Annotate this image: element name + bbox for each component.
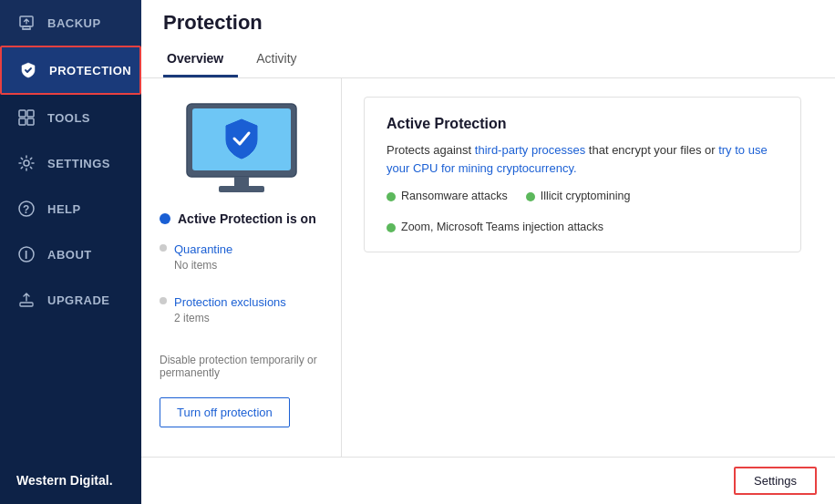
sidebar-item-protection[interactable]: PROTECTION [0, 46, 141, 95]
injection-dot [387, 223, 396, 232]
sidebar-item-settings[interactable]: SETTINGS [0, 140, 141, 186]
cryptomining-label: Illicit cryptomining [541, 190, 631, 202]
svg-rect-12 [20, 303, 33, 306]
help-icon: ? [16, 199, 36, 219]
svg-text:i: i [25, 249, 28, 262]
exclusions-dot [160, 297, 167, 304]
sidebar-item-protection-label: PROTECTION [49, 64, 131, 77]
page-title: Protection [163, 11, 813, 35]
features-row: Ransomware attacks Illicit cryptomining … [387, 190, 778, 233]
card-description: Protects against third-party processes t… [387, 141, 778, 177]
sidebar-item-backup-label: BACKUP [47, 16, 101, 30]
gear-icon [16, 153, 36, 173]
svg-rect-15 [234, 177, 249, 186]
status-text: Active Protection is on [178, 211, 316, 226]
sidebar-item-help[interactable]: ? HELP [0, 186, 141, 231]
sidebar-item-upgrade[interactable]: UPGRADE [0, 277, 141, 323]
tab-overview[interactable]: Overview [163, 44, 238, 77]
feature-ransomware: Ransomware attacks [387, 190, 508, 202]
exclusions-link[interactable]: Protection exclusions [174, 295, 286, 309]
quarantine-sublabel: No items [174, 259, 232, 272]
backup-icon [16, 13, 36, 33]
footer: Settings [141, 457, 835, 504]
card-title: Active Protection [387, 116, 778, 132]
tab-activity[interactable]: Activity [253, 44, 311, 77]
sidebar-item-help-label: HELP [47, 202, 81, 216]
sidebar: BACKUP PROTECTION TOOLS [0, 0, 141, 504]
tabs: Overview Activity [163, 44, 813, 77]
content-area: Active Protection is on Quarantine No it… [141, 78, 835, 457]
upgrade-icon [16, 290, 36, 310]
feature-cryptomining: Illicit cryptomining [526, 190, 631, 202]
quarantine-item: Quarantine No items [160, 241, 323, 272]
injection-label: Zoom, Microsoft Teams injection attacks [401, 221, 603, 233]
monitor-illustration [178, 97, 305, 197]
sidebar-logo: Western Digital. [0, 457, 141, 504]
disable-text: Disable protection temporarily or perman… [160, 354, 323, 379]
exclusions-sublabel: 2 items [174, 312, 286, 324]
svg-rect-16 [219, 186, 264, 192]
main-content: Protection Overview Activity [141, 0, 835, 504]
right-panel: Active Protection Protects against third… [342, 78, 835, 457]
shield-icon [18, 60, 38, 80]
exclusions-content: Protection exclusions 2 items [174, 293, 286, 324]
cryptomining-dot [526, 192, 535, 201]
page-header: Protection Overview Activity [141, 0, 835, 78]
ransomware-dot [387, 192, 396, 201]
svg-rect-5 [19, 118, 26, 125]
status-row: Active Protection is on [160, 211, 323, 226]
sidebar-item-about[interactable]: i ABOUT [0, 231, 141, 277]
sidebar-item-settings-label: SETTINGS [47, 157, 110, 170]
active-protection-card: Active Protection Protects against third… [364, 97, 801, 252]
sidebar-item-tools[interactable]: TOOLS [0, 95, 141, 140]
quarantine-dot [160, 244, 167, 252]
svg-rect-3 [19, 110, 26, 117]
tools-icon [16, 108, 36, 128]
sidebar-item-upgrade-label: UPGRADE [47, 293, 110, 307]
svg-point-7 [24, 160, 29, 166]
settings-button[interactable]: Settings [734, 467, 817, 495]
status-dot [160, 213, 170, 224]
left-panel: Active Protection is on Quarantine No it… [141, 78, 342, 457]
info-icon: i [16, 244, 36, 264]
sidebar-item-backup[interactable]: BACKUP [0, 0, 141, 46]
ransomware-label: Ransomware attacks [401, 190, 508, 202]
sidebar-item-tools-label: TOOLS [47, 111, 90, 125]
svg-rect-4 [27, 110, 34, 117]
turn-off-protection-button[interactable]: Turn off protection [160, 397, 290, 427]
svg-rect-6 [27, 118, 34, 125]
quarantine-link[interactable]: Quarantine [174, 242, 232, 256]
svg-text:?: ? [23, 203, 30, 216]
exclusions-item: Protection exclusions 2 items [160, 293, 323, 324]
feature-injection: Zoom, Microsoft Teams injection attacks [387, 221, 603, 233]
quarantine-content: Quarantine No items [174, 241, 232, 272]
sidebar-item-about-label: ABOUT [47, 248, 92, 262]
